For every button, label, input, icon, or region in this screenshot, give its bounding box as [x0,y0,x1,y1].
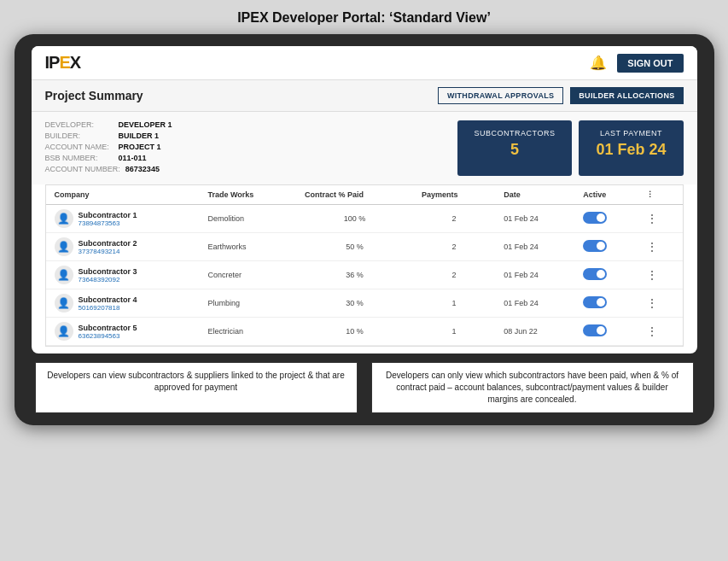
info-row-account-number: ACCOUNT NUMBER: 86732345 [45,165,216,173]
table-row: 👤 Subcontractor 5 63623894563 Electricia… [46,318,683,346]
last-payment-value: 01 Feb 24 [596,141,666,159]
active-cell-3 [574,289,638,318]
date-cell-0: 01 Feb 24 [495,205,574,233]
trade-cell-4: Electrician [200,318,297,346]
more-cell-4: ⋮ [638,318,682,346]
account-number-label: ACCOUNT NUMBER: [45,165,120,173]
active-cell-2 [574,261,638,289]
company-cell-0: 👤 Subcontractor 1 73894873563 [46,205,200,233]
info-row-account-name: ACCOUNT NAME: PROJECT 1 [45,143,216,151]
annotation-left: Developers can view subcontractors & sup… [35,362,358,413]
account-name-label: ACCOUNT NAME: [45,143,114,151]
active-toggle-3[interactable] [583,296,607,308]
active-toggle-1[interactable] [583,240,607,252]
col-active: Active [574,185,638,205]
bsb-label: BSB NUMBER: [45,154,114,162]
more-icon-0[interactable]: ⋮ [646,212,658,225]
last-payment-card: LAST PAYMENT 01 Feb 24 [579,120,683,176]
company-cell-1: 👤 Subcontractor 2 37378493214 [46,233,200,261]
builder-allocations-button[interactable]: BUILDER ALLOCATIONS [570,87,683,104]
builder-label: BUILDER: [45,131,114,140]
company-name-2: Subcontractor 3 [79,267,137,276]
project-bar-buttons: WITHDRAWAL APPROVALS BUILDER ALLOCATIONS [438,87,684,104]
active-toggle-0[interactable] [583,212,607,224]
date-cell-3: 01 Feb 24 [495,289,574,318]
table-header-row: Company Trade Works Contract % Paid Paym… [46,185,683,205]
company-name-3: Subcontractor 4 [79,295,137,304]
avatar-3: 👤 [55,294,73,313]
date-cell-2: 01 Feb 24 [495,261,574,289]
more-cell-1: ⋮ [638,233,682,261]
account-name-value: PROJECT 1 [119,143,161,151]
account-number-value: 86732345 [125,165,160,173]
developer-value: DEVELOPER 1 [119,120,172,129]
project-info: DEVELOPER: DEVELOPER 1 BUILDER: BUILDER … [45,120,216,176]
active-toggle-2[interactable] [583,268,607,280]
page-title: IPEX Developer Portal: ‘Standard View’ [237,10,491,26]
tablet-frame: IPEX 🔔 SIGN OUT Project Summary WITHDRAW… [15,34,714,425]
project-bar-title: Project Summary [45,89,143,102]
subcontractors-card: SUBCONTRACTORS 5 [457,120,573,176]
subcontractors-value: 5 [475,141,556,159]
col-company: Company [46,185,200,205]
page-wrapper: IPEX Developer Portal: ‘Standard View’ I… [0,0,728,561]
payments-cell-1: 2 [413,233,495,261]
logo: IPEX [45,53,81,73]
last-payment-label: LAST PAYMENT [596,129,666,137]
bsb-value: 011-011 [119,154,147,162]
more-cell-2: ⋮ [638,261,682,289]
tablet-inner: IPEX 🔔 SIGN OUT Project Summary WITHDRAW… [32,46,697,354]
company-name-0: Subcontractor 1 [79,211,137,219]
col-trade-works: Trade Works [200,185,297,205]
subcontractors-label: SUBCONTRACTORS [475,129,556,137]
table-row: 👤 Subcontractor 2 37378493214 Earthworks… [46,233,683,261]
avatar-0: 👤 [55,209,73,228]
sign-out-button[interactable]: SIGN OUT [617,54,683,73]
company-number-4: 63623894563 [79,332,137,340]
stats-cards: SUBCONTRACTORS 5 LAST PAYMENT 01 Feb 24 [457,120,684,176]
company-cell-2: 👤 Subcontractor 3 73648392092 [46,261,200,289]
withdrawal-approvals-button[interactable]: WITHDRAWAL APPROVALS [438,87,563,104]
trade-cell-3: Plumbing [200,289,297,318]
company-number-1: 37378493214 [79,248,137,255]
active-toggle-4[interactable] [583,324,607,336]
contract-pct-cell-2: 36 % [296,261,413,289]
active-cell-4 [574,318,638,346]
contract-pct-cell-3: 30 % [296,289,413,318]
company-name-1: Subcontractor 2 [79,239,137,248]
contract-pct-cell-0: 100 % [296,205,413,233]
app-header: IPEX 🔔 SIGN OUT [32,46,697,80]
avatar-4: 👤 [55,322,73,341]
annotations: Developers can view subcontractors & sup… [32,362,697,413]
project-bar: Project Summary WITHDRAWAL APPROVALS BUI… [32,80,697,112]
table-row: 👤 Subcontractor 1 73894873563 Demolition… [46,205,683,233]
company-name-4: Subcontractor 5 [79,324,137,332]
trade-cell-2: Concreter [200,261,297,289]
more-icon-2[interactable]: ⋮ [646,268,658,282]
info-row-bsb: BSB NUMBER: 011-011 [45,154,216,162]
more-icon-4[interactable]: ⋮ [646,324,658,338]
contract-pct-cell-1: 50 % [296,233,413,261]
developer-label: DEVELOPER: [45,120,114,129]
payments-cell-3: 1 [413,289,495,318]
header-right: 🔔 SIGN OUT [590,54,683,73]
company-cell-3: 👤 Subcontractor 4 50169207818 [46,289,200,318]
info-row-builder: BUILDER: BUILDER 1 [45,131,216,140]
col-contract-pct: Contract % Paid [296,185,413,205]
contract-pct-cell-4: 10 % [296,318,413,346]
active-cell-1 [574,233,638,261]
avatar-2: 👤 [55,266,73,284]
table-section: Company Trade Works Contract % Paid Paym… [45,184,684,347]
payments-cell-4: 1 [413,318,495,346]
main-content: DEVELOPER: DEVELOPER 1 BUILDER: BUILDER … [32,112,697,184]
date-cell-1: 01 Feb 24 [495,233,574,261]
active-cell-0 [574,205,638,233]
trade-cell-0: Demolition [200,205,297,233]
bell-icon: 🔔 [590,55,607,71]
more-icon-3[interactable]: ⋮ [646,296,658,310]
avatar-1: 👤 [55,237,73,256]
more-icon-1[interactable]: ⋮ [646,240,658,254]
company-number-2: 73648392092 [79,276,137,283]
col-more: ⋮ [638,185,682,205]
col-payments: Payments [413,185,495,205]
